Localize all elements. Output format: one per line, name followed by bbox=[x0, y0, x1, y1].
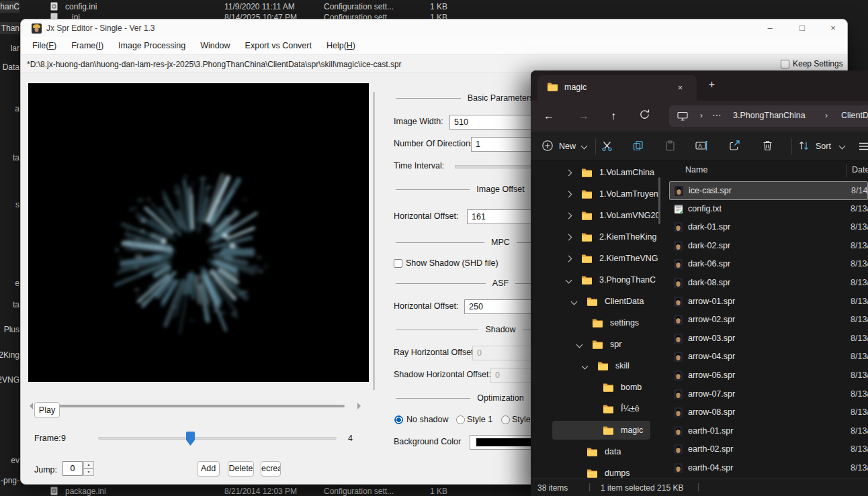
clipped-button[interactable]: ecrea bbox=[261, 461, 281, 477]
radio-no-shadow[interactable] bbox=[394, 415, 403, 424]
tree-item-2-kiemthevng[interactable]: 2.KiemTheVNG bbox=[531, 248, 662, 269]
breadcrumb-phongthanchina[interactable]: 3.PhongThanChina bbox=[733, 111, 806, 120]
file-row-arrow-07-spr[interactable]: arrow-07.spr8/13/ bbox=[669, 385, 868, 404]
forward-icon[interactable]: → bbox=[576, 109, 591, 123]
tree-scrollbar[interactable] bbox=[658, 177, 660, 224]
delete-icon[interactable] bbox=[763, 140, 773, 154]
tree-item-magic[interactable]: magic bbox=[531, 419, 662, 441]
file-row-arrow-06-spr[interactable]: arrow-06.spr8/13/ bbox=[669, 366, 868, 385]
breadcrumb-overflow-icon[interactable]: ⋯ bbox=[712, 109, 722, 120]
chevron-right-icon[interactable] bbox=[566, 170, 572, 177]
breadcrumb-clientdata[interactable]: ClientD bbox=[841, 111, 868, 120]
frame-slider-track[interactable] bbox=[98, 437, 337, 440]
file-row-dark-02-spr[interactable]: dark-02.spr8/13/ bbox=[669, 237, 868, 256]
chevron-down-icon[interactable] bbox=[839, 143, 846, 150]
address-bar[interactable]: › ⋯ 3.PhongThanChina › ClientD bbox=[669, 105, 868, 127]
file-row-arrow-02-spr[interactable]: arrow-02.spr8/13/ bbox=[669, 311, 868, 330]
column-divider[interactable] bbox=[847, 164, 847, 177]
vertical-scrollbar[interactable] bbox=[373, 92, 375, 390]
tree-item-1-volamchina[interactable]: 1.VoLamChina bbox=[531, 162, 662, 183]
tree-item-2-kiemtheking[interactable]: 2.KiemTheKing bbox=[531, 226, 662, 248]
chevron-right-icon[interactable] bbox=[566, 256, 572, 262]
paste-icon[interactable] bbox=[665, 140, 675, 154]
sort-icon[interactable] bbox=[798, 140, 810, 154]
scroll-left-icon[interactable] bbox=[30, 403, 33, 409]
up-icon[interactable]: ↑ bbox=[606, 109, 621, 123]
scroll-right-icon[interactable] bbox=[357, 403, 361, 409]
this-pc-icon[interactable] bbox=[677, 111, 688, 123]
file-row-earth-02-spr[interactable]: earth-02.spr8/13/ bbox=[669, 440, 868, 459]
file-row-arrow-03-spr[interactable]: arrow-03.spr8/13/ bbox=[669, 330, 868, 348]
chevron-down-icon[interactable] bbox=[576, 342, 583, 348]
add-button[interactable]: Add bbox=[197, 461, 220, 477]
tree-item-data[interactable]: data bbox=[531, 441, 662, 462]
file-row-dark-01-spr[interactable]: dark-01.spr8/13/ bbox=[669, 218, 868, 237]
play-button[interactable]: Play bbox=[34, 402, 60, 418]
file-row-ice-cast-spr[interactable]: ice-cast.spr8/14/ bbox=[669, 181, 868, 200]
tab-close-icon[interactable]: × bbox=[673, 81, 687, 95]
tree-item-1-volamtruyen[interactable]: 1.VoLamTruyen bbox=[531, 183, 662, 205]
file-row-config-txt[interactable]: config.txt8/13/ bbox=[669, 200, 868, 219]
chevron-right-icon[interactable] bbox=[566, 191, 572, 198]
chevron-right-icon[interactable] bbox=[566, 213, 572, 219]
frame-slider-thumb[interactable] bbox=[186, 432, 195, 446]
menu-window[interactable]: Window bbox=[193, 41, 237, 50]
back-icon[interactable]: ← bbox=[541, 109, 556, 123]
tree-item-dumps[interactable]: dumps bbox=[531, 462, 662, 479]
radio-style-1[interactable] bbox=[456, 415, 465, 424]
tab-magic[interactable]: magic × bbox=[537, 75, 697, 101]
keep-settings[interactable]: Keep Settings bbox=[781, 59, 843, 68]
delete-button[interactable]: Delete bbox=[228, 461, 254, 477]
new-button[interactable]: New bbox=[559, 142, 576, 151]
column-name[interactable]: Name bbox=[685, 165, 707, 175]
tree-item-bomb[interactable]: bomb bbox=[531, 377, 662, 398]
file-row-earth-01-spr[interactable]: earth-01.spr8/13/ bbox=[669, 422, 868, 441]
tree-item-3-phongthanc[interactable]: 3.PhongThanC bbox=[531, 269, 662, 291]
tree-item-skill[interactable]: skill bbox=[531, 355, 662, 377]
share-icon[interactable] bbox=[729, 140, 740, 154]
chevron-down-icon[interactable] bbox=[581, 143, 588, 150]
menu-export-vs-convert[interactable]: Export vs Convert bbox=[238, 41, 319, 50]
column-date[interactable]: Date bbox=[852, 165, 868, 175]
chevron-down-icon[interactable] bbox=[566, 277, 572, 284]
show-shadow-checkbox[interactable] bbox=[394, 259, 402, 268]
minimize-icon[interactable]: – bbox=[760, 22, 780, 34]
tree-item-settings[interactable]: settings bbox=[531, 312, 662, 334]
stepper-down-icon[interactable]: ▼ bbox=[83, 468, 94, 476]
file-row-earth-04-spr[interactable]: earth-04.spr8/13/ bbox=[669, 459, 868, 478]
file-row-dark-08-spr[interactable]: dark-08.spr8/13/ bbox=[669, 274, 868, 293]
tree-item-clientdata[interactable]: ClientData bbox=[531, 291, 662, 312]
cut-icon[interactable] bbox=[601, 140, 613, 154]
file-row-arrow-01-spr[interactable]: arrow-01.spr8/13/ bbox=[669, 293, 868, 311]
menu-help[interactable]: Help(H) bbox=[319, 41, 363, 50]
jump-input[interactable] bbox=[62, 461, 83, 476]
editor-titlebar[interactable]: Jx Spr Editor - Single - Ver 1.3 – □ × bbox=[21, 19, 847, 37]
new-tab-icon[interactable]: + bbox=[704, 77, 720, 93]
view-menu-icon[interactable] bbox=[859, 142, 868, 154]
new-icon[interactable] bbox=[541, 140, 554, 154]
horizontal-scrollbar[interactable] bbox=[28, 401, 369, 411]
file-row-arrow-08-spr[interactable]: arrow-08.spr8/13/ bbox=[669, 403, 868, 422]
keep-settings-checkbox[interactable] bbox=[781, 60, 789, 68]
jump-stepper[interactable]: ▲▼ bbox=[83, 461, 94, 476]
file-row-dark-06-spr[interactable]: dark-06.spr8/13/ bbox=[669, 255, 868, 274]
tree-item-spr[interactable]: spr bbox=[531, 334, 662, 355]
refresh-icon[interactable] bbox=[637, 109, 652, 123]
file-row-arrow-04-spr[interactable]: arrow-04.spr8/13/ bbox=[669, 348, 868, 366]
stepper-up-icon[interactable]: ▲ bbox=[83, 461, 94, 468]
chevron-down-icon[interactable] bbox=[571, 299, 578, 305]
maximize-icon[interactable]: □ bbox=[792, 22, 812, 34]
menu-image-processing[interactable]: Image Processing bbox=[111, 41, 193, 50]
rename-icon[interactable]: A bbox=[695, 140, 708, 154]
close-icon[interactable]: × bbox=[823, 22, 843, 34]
chevron-down-icon[interactable] bbox=[582, 363, 589, 370]
scrollbar-thumb[interactable] bbox=[39, 405, 345, 407]
tree-item-1-volamvng20[interactable]: 1.VoLamVNG20 bbox=[531, 205, 662, 226]
menu-file[interactable]: File(F) bbox=[25, 41, 64, 50]
chevron-right-icon[interactable] bbox=[566, 234, 572, 241]
sort-button[interactable]: Sort bbox=[816, 142, 831, 151]
menu-frame[interactable]: Frame(I) bbox=[64, 41, 111, 50]
copy-icon[interactable] bbox=[633, 140, 644, 154]
radio-style-2[interactable] bbox=[501, 415, 510, 424]
tree-item--[interactable]: Í¼±ê bbox=[531, 398, 662, 419]
